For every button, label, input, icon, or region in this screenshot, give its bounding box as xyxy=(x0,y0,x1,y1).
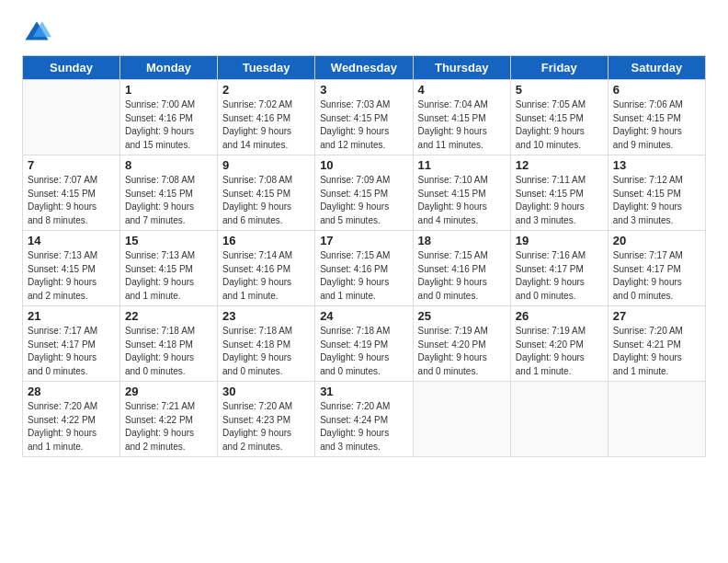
day-info: Sunrise: 7:19 AM Sunset: 4:20 PM Dayligh… xyxy=(418,325,506,378)
day-info: Sunrise: 7:07 AM Sunset: 4:15 PM Dayligh… xyxy=(28,174,115,227)
day-number: 6 xyxy=(613,83,700,97)
day-number: 3 xyxy=(320,83,407,97)
day-of-week-header: Saturday xyxy=(608,56,705,80)
calendar-cell: 15Sunrise: 7:13 AM Sunset: 4:15 PM Dayli… xyxy=(120,231,218,306)
day-number: 12 xyxy=(516,158,603,172)
calendar-cell: 9Sunrise: 7:08 AM Sunset: 4:15 PM Daylig… xyxy=(218,155,315,231)
calendar-cell: 2Sunrise: 7:02 AM Sunset: 4:16 PM Daylig… xyxy=(218,80,315,155)
calendar-header-row: SundayMondayTuesdayWednesdayThursdayFrid… xyxy=(23,56,706,80)
day-info: Sunrise: 7:06 AM Sunset: 4:15 PM Dayligh… xyxy=(613,98,700,152)
calendar-table: SundayMondayTuesdayWednesdayThursdayFrid… xyxy=(22,55,706,457)
header xyxy=(22,18,706,48)
calendar-week-row: 1Sunrise: 7:00 AM Sunset: 4:16 PM Daylig… xyxy=(23,80,706,155)
day-info: Sunrise: 7:17 AM Sunset: 4:17 PM Dayligh… xyxy=(28,325,115,378)
calendar-cell xyxy=(413,382,510,457)
day-info: Sunrise: 7:19 AM Sunset: 4:20 PM Dayligh… xyxy=(516,325,603,378)
logo xyxy=(22,18,55,48)
calendar-week-row: 14Sunrise: 7:13 AM Sunset: 4:15 PM Dayli… xyxy=(23,231,706,306)
calendar-cell: 13Sunrise: 7:12 AM Sunset: 4:15 PM Dayli… xyxy=(608,155,705,231)
day-info: Sunrise: 7:15 AM Sunset: 4:16 PM Dayligh… xyxy=(418,249,506,303)
day-number: 5 xyxy=(516,83,603,97)
day-number: 16 xyxy=(222,234,310,247)
day-of-week-header: Tuesday xyxy=(218,56,315,80)
day-number: 10 xyxy=(320,158,407,172)
day-number: 27 xyxy=(613,309,700,323)
day-info: Sunrise: 7:08 AM Sunset: 4:15 PM Dayligh… xyxy=(222,174,310,227)
day-info: Sunrise: 7:03 AM Sunset: 4:15 PM Dayligh… xyxy=(320,98,407,152)
calendar-cell: 31Sunrise: 7:20 AM Sunset: 4:24 PM Dayli… xyxy=(315,382,413,457)
calendar-week-row: 21Sunrise: 7:17 AM Sunset: 4:17 PM Dayli… xyxy=(23,306,706,382)
calendar-week-row: 28Sunrise: 7:20 AM Sunset: 4:22 PM Dayli… xyxy=(23,382,706,457)
day-info: Sunrise: 7:04 AM Sunset: 4:15 PM Dayligh… xyxy=(418,98,506,152)
calendar-cell: 20Sunrise: 7:17 AM Sunset: 4:17 PM Dayli… xyxy=(608,231,705,306)
calendar-cell xyxy=(510,382,608,457)
day-info: Sunrise: 7:16 AM Sunset: 4:17 PM Dayligh… xyxy=(516,249,603,303)
day-info: Sunrise: 7:21 AM Sunset: 4:22 PM Dayligh… xyxy=(125,400,212,454)
day-of-week-header: Friday xyxy=(510,56,608,80)
day-number: 17 xyxy=(320,234,407,247)
day-number: 15 xyxy=(125,234,212,247)
calendar-cell: 17Sunrise: 7:15 AM Sunset: 4:16 PM Dayli… xyxy=(315,231,413,306)
day-of-week-header: Monday xyxy=(120,56,218,80)
day-number: 2 xyxy=(222,83,310,97)
day-number: 7 xyxy=(28,158,115,172)
day-info: Sunrise: 7:18 AM Sunset: 4:18 PM Dayligh… xyxy=(222,325,310,378)
calendar-cell: 28Sunrise: 7:20 AM Sunset: 4:22 PM Dayli… xyxy=(23,382,120,457)
day-info: Sunrise: 7:20 AM Sunset: 4:24 PM Dayligh… xyxy=(320,400,407,454)
calendar-week-row: 7Sunrise: 7:07 AM Sunset: 4:15 PM Daylig… xyxy=(23,155,706,231)
calendar-cell xyxy=(608,382,705,457)
day-number: 28 xyxy=(28,385,115,398)
day-info: Sunrise: 7:00 AM Sunset: 4:16 PM Dayligh… xyxy=(125,98,212,152)
day-number: 25 xyxy=(418,309,506,323)
calendar-cell: 4Sunrise: 7:04 AM Sunset: 4:15 PM Daylig… xyxy=(413,80,510,155)
day-number: 21 xyxy=(28,309,115,323)
day-info: Sunrise: 7:14 AM Sunset: 4:16 PM Dayligh… xyxy=(222,249,310,303)
day-info: Sunrise: 7:18 AM Sunset: 4:19 PM Dayligh… xyxy=(320,325,407,378)
day-number: 11 xyxy=(418,158,506,172)
day-info: Sunrise: 7:15 AM Sunset: 4:16 PM Dayligh… xyxy=(320,249,407,303)
day-of-week-header: Wednesday xyxy=(315,56,413,80)
day-info: Sunrise: 7:18 AM Sunset: 4:18 PM Dayligh… xyxy=(125,325,212,378)
day-info: Sunrise: 7:20 AM Sunset: 4:22 PM Dayligh… xyxy=(28,400,115,454)
calendar-cell: 23Sunrise: 7:18 AM Sunset: 4:18 PM Dayli… xyxy=(218,306,315,382)
day-info: Sunrise: 7:09 AM Sunset: 4:15 PM Dayligh… xyxy=(320,174,407,227)
logo-icon xyxy=(22,18,51,48)
day-number: 24 xyxy=(320,309,407,323)
calendar-cell: 24Sunrise: 7:18 AM Sunset: 4:19 PM Dayli… xyxy=(315,306,413,382)
day-number: 1 xyxy=(125,83,212,97)
day-number: 23 xyxy=(222,309,310,323)
calendar-cell: 12Sunrise: 7:11 AM Sunset: 4:15 PM Dayli… xyxy=(510,155,608,231)
calendar-cell: 25Sunrise: 7:19 AM Sunset: 4:20 PM Dayli… xyxy=(413,306,510,382)
day-info: Sunrise: 7:11 AM Sunset: 4:15 PM Dayligh… xyxy=(516,174,603,227)
day-info: Sunrise: 7:08 AM Sunset: 4:15 PM Dayligh… xyxy=(125,174,212,227)
day-number: 29 xyxy=(125,385,212,398)
day-number: 9 xyxy=(222,158,310,172)
day-number: 13 xyxy=(613,158,700,172)
day-number: 20 xyxy=(613,234,700,247)
day-number: 4 xyxy=(418,83,506,97)
day-of-week-header: Thursday xyxy=(413,56,510,80)
day-number: 14 xyxy=(28,234,115,247)
calendar-cell: 18Sunrise: 7:15 AM Sunset: 4:16 PM Dayli… xyxy=(413,231,510,306)
day-info: Sunrise: 7:12 AM Sunset: 4:15 PM Dayligh… xyxy=(613,174,700,227)
day-number: 19 xyxy=(516,234,603,247)
day-info: Sunrise: 7:10 AM Sunset: 4:15 PM Dayligh… xyxy=(418,174,506,227)
day-number: 30 xyxy=(222,385,310,398)
day-info: Sunrise: 7:13 AM Sunset: 4:15 PM Dayligh… xyxy=(28,249,115,303)
calendar-cell: 27Sunrise: 7:20 AM Sunset: 4:21 PM Dayli… xyxy=(608,306,705,382)
day-info: Sunrise: 7:20 AM Sunset: 4:23 PM Dayligh… xyxy=(222,400,310,454)
calendar-cell: 1Sunrise: 7:00 AM Sunset: 4:16 PM Daylig… xyxy=(120,80,218,155)
calendar-cell: 19Sunrise: 7:16 AM Sunset: 4:17 PM Dayli… xyxy=(510,231,608,306)
day-number: 8 xyxy=(125,158,212,172)
day-number: 22 xyxy=(125,309,212,323)
calendar-cell: 16Sunrise: 7:14 AM Sunset: 4:16 PM Dayli… xyxy=(218,231,315,306)
day-number: 31 xyxy=(320,385,407,398)
day-info: Sunrise: 7:02 AM Sunset: 4:16 PM Dayligh… xyxy=(222,98,310,152)
page: SundayMondayTuesdayWednesdayThursdayFrid… xyxy=(0,0,728,563)
calendar-cell: 8Sunrise: 7:08 AM Sunset: 4:15 PM Daylig… xyxy=(120,155,218,231)
calendar-cell: 11Sunrise: 7:10 AM Sunset: 4:15 PM Dayli… xyxy=(413,155,510,231)
calendar-cell: 5Sunrise: 7:05 AM Sunset: 4:15 PM Daylig… xyxy=(510,80,608,155)
day-info: Sunrise: 7:13 AM Sunset: 4:15 PM Dayligh… xyxy=(125,249,212,303)
calendar-cell xyxy=(23,80,120,155)
day-of-week-header: Sunday xyxy=(23,56,120,80)
